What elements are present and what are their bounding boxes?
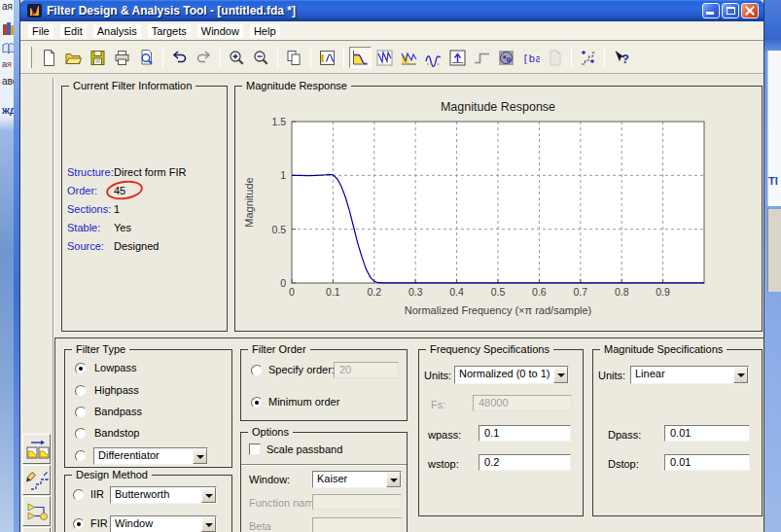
zoom-out-icon	[252, 49, 270, 67]
iir-method-dropdown[interactable]: Butterworth	[110, 486, 217, 504]
minimize-icon	[706, 12, 714, 15]
radio-fir[interactable]	[73, 518, 85, 530]
chevron-down-icon	[205, 494, 213, 498]
radio-minimum-order[interactable]	[251, 397, 263, 408]
toolbar-separator	[310, 48, 311, 68]
toolbar-pole-zero-plot-button[interactable]	[495, 47, 517, 68]
menu-window[interactable]: Window	[197, 24, 243, 38]
freq-units-dropdown[interactable]: Normalized (0 to 1)	[454, 366, 569, 384]
radio-special-type[interactable]	[75, 450, 87, 462]
toolbar-group-delay-button[interactable]	[422, 47, 444, 68]
radio-bandpass[interactable]	[75, 407, 87, 418]
fs-input[interactable]: 48000	[473, 395, 572, 411]
radio-bandstop-label: Bandstop	[94, 427, 139, 439]
radio-iir[interactable]	[73, 489, 85, 501]
toolbar-new-file-button[interactable]	[38, 47, 60, 68]
save-icon	[89, 49, 107, 67]
minimize-button[interactable]	[702, 3, 720, 18]
chevron-down-icon	[205, 523, 213, 527]
new-file-icon	[40, 49, 58, 67]
toolbar-zoom-out-button[interactable]	[250, 47, 272, 68]
toolbar-magnitude-and-phase-button[interactable]	[398, 47, 420, 68]
client-area: Current Filter Information Structure: Di…	[20, 74, 763, 532]
title-bar[interactable]: Filter Design & Analysis Tool - [untitle…	[20, 0, 763, 21]
radio-lowpass[interactable]	[75, 363, 87, 374]
maximize-button[interactable]	[722, 3, 739, 18]
toolbar-grip[interactable]	[28, 47, 32, 68]
toolbar-print-preview-button[interactable]	[135, 47, 158, 68]
menu-targets[interactable]: Targets	[148, 24, 191, 38]
fir-method-dropdown[interactable]: Window	[110, 515, 217, 532]
beta-input[interactable]	[312, 517, 402, 532]
window-title: Filter Design & Analysis Tool - [untitle…	[47, 4, 296, 18]
fs-label: Fs:	[431, 399, 445, 410]
dstop-label: Dstop:	[608, 458, 639, 470]
wpass-input[interactable]: 0.1	[479, 425, 571, 442]
svg-text:0.3: 0.3	[408, 286, 423, 298]
toolbar-phase-response-button[interactable]	[373, 47, 396, 68]
scale-passband-checkbox[interactable]	[249, 443, 261, 455]
svg-text:1: 1	[280, 169, 286, 181]
toolbar-step-response-button[interactable]	[471, 47, 493, 68]
toolbar-filter-coefficients-button[interactable]: [ba]	[519, 47, 542, 68]
filter-type-panel: Filter Type Lowpass Highpass Bandpass Ba…	[64, 349, 232, 468]
menu-analysis[interactable]: Analysis	[93, 24, 141, 38]
toolbar-open-file-button[interactable]	[62, 47, 85, 68]
function-name-input[interactable]	[312, 494, 402, 510]
toolbar-copy-button[interactable]	[283, 47, 305, 68]
window-dropdown[interactable]: Kaiser	[312, 471, 402, 488]
radio-highpass[interactable]	[75, 385, 87, 397]
group-title: Magnitude Response	[242, 80, 351, 91]
magnitude-response-chart: 00.10.20.30.40.50.60.70.80.900.511.5Magn…	[237, 92, 758, 333]
svg-text:0.5: 0.5	[271, 224, 286, 235]
full-view-analysis-icon	[579, 49, 597, 67]
close-button[interactable]	[741, 3, 759, 18]
import-filter-button[interactable]	[22, 527, 51, 532]
toolbar-full-view-analysis-button[interactable]	[577, 47, 599, 68]
radio-bandpass-label: Bandpass	[94, 406, 142, 417]
dstop-input[interactable]: 0.01	[664, 454, 750, 471]
menu-file[interactable]: File	[28, 24, 53, 38]
toolbar-impulse-response-button[interactable]	[446, 47, 469, 68]
svg-text:0.9: 0.9	[656, 286, 670, 298]
toolbar-zoom-in-button[interactable]	[226, 47, 248, 68]
wstop-input[interactable]: 0.2	[479, 454, 571, 471]
toolbar-whats-this-help-button[interactable]: ?	[610, 47, 632, 68]
svg-text:0.4: 0.4	[449, 286, 464, 298]
radio-bandstop[interactable]	[75, 428, 87, 440]
realize-model-button[interactable]	[22, 496, 51, 526]
wpass-label: wpass:	[428, 429, 461, 441]
toolbar: [ba]?	[20, 42, 763, 74]
mag-units-label: Units:	[598, 370, 625, 381]
minimum-order-label: Minimum order	[268, 396, 339, 408]
filter-info-stable: Stable: Yes	[67, 222, 223, 240]
toolbar-separator	[571, 48, 572, 68]
radio-lowpass-label: Lowpass	[94, 362, 136, 373]
menu-bar: File Edit Analysis Targets Window Help	[20, 21, 763, 41]
toolbar-undo-button[interactable]	[168, 47, 191, 68]
transform-filter-button[interactable]	[22, 434, 51, 464]
mag-units-dropdown[interactable]: Linear	[630, 366, 749, 384]
radio-fir-label: FIR	[90, 517, 108, 529]
toolbar-magnitude-response-button[interactable]	[349, 47, 372, 68]
print-preview-icon	[137, 49, 156, 67]
radio-specify-order[interactable]	[251, 365, 263, 376]
realize-model-icon	[25, 500, 48, 523]
frequency-specs-panel: Frequency Specifications Units: Normaliz…	[418, 349, 584, 516]
toolbar-convert-structure-button[interactable]	[316, 47, 338, 68]
dpass-input[interactable]: 0.01	[664, 425, 750, 442]
set-quantization-button[interactable]	[22, 465, 51, 495]
svg-text:0.1: 0.1	[326, 286, 340, 298]
toolbar-print-button[interactable]	[111, 47, 133, 68]
toolbar-filter-information-button[interactable]	[544, 47, 566, 68]
group-delay-icon	[424, 49, 443, 67]
menu-help[interactable]: Help	[250, 24, 280, 38]
svg-text:1.5: 1.5	[271, 116, 286, 127]
menu-edit[interactable]: Edit	[60, 24, 87, 38]
specify-order-input[interactable]: 20	[334, 362, 399, 378]
chevron-down-icon	[196, 455, 204, 459]
special-type-dropdown[interactable]: Differentiator	[93, 447, 208, 465]
maximize-icon	[727, 7, 735, 15]
toolbar-save-button[interactable]	[87, 47, 109, 68]
toolbar-redo-button[interactable]	[193, 47, 215, 68]
